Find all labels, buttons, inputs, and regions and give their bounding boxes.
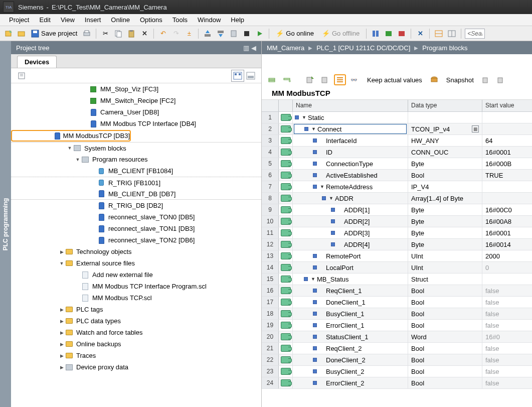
tree-row[interactable]: MM Modbus TCP Interface [DB4]	[11, 118, 261, 129]
collapse-icon[interactable]: ◀	[251, 44, 256, 52]
tree-row[interactable]: R_TRIG_DB [DB2]	[11, 200, 261, 211]
insert-row-icon[interactable]	[266, 74, 278, 85]
chevron-icon[interactable]: ▼	[320, 184, 325, 189]
cell-type[interactable]: Byte	[408, 158, 482, 169]
cell-start-value[interactable]: 2000	[482, 250, 532, 261]
menu-insert[interactable]: Insert	[80, 16, 106, 24]
cell-name[interactable]: StatusClient_1	[293, 331, 408, 342]
breadcrumb-2[interactable]: Program blocks	[422, 44, 467, 52]
col-type[interactable]: Data type	[408, 100, 482, 111]
network-view-icon[interactable]	[231, 70, 244, 82]
cell-start-value[interactable]	[482, 112, 532, 123]
print-icon[interactable]	[81, 28, 92, 39]
go-online-button[interactable]: ⚡ Go online	[273, 28, 317, 39]
cell-start-value[interactable]	[482, 274, 532, 285]
cell-type[interactable]: Bool	[408, 285, 482, 296]
paste-icon[interactable]	[126, 28, 137, 39]
cell-start-value[interactable]	[482, 123, 532, 134]
tree-row[interactable]: ▶PLC tags	[11, 304, 261, 315]
monitor-icon[interactable]: 👓	[349, 74, 361, 85]
table-row[interactable]: 14LocalPortUInt0	[262, 262, 532, 274]
table-row[interactable]: 19ErrorClient_1Boolfalse	[262, 320, 532, 331]
tree-row[interactable]: ▶Traces	[11, 350, 261, 361]
cell-start-value[interactable]: false	[482, 297, 532, 308]
redo-dropdown-icon[interactable]: ±	[184, 28, 195, 39]
tree-row[interactable]: Add new external file	[11, 269, 261, 281]
upload-icon[interactable]	[215, 28, 226, 39]
cell-name[interactable]: RemotePort	[293, 250, 408, 261]
open-project-icon[interactable]	[16, 28, 27, 39]
table-row[interactable]: 12ADDR[4]Byte16#0014	[262, 239, 532, 250]
tree-row[interactable]: MM_Switch_Recipe [FC2]	[11, 95, 261, 106]
cell-type[interactable]	[408, 112, 482, 123]
expander-icon[interactable]: ▼	[58, 261, 65, 266]
cell-name[interactable]: ReqClient_2	[293, 343, 408, 354]
split-h-icon[interactable]	[433, 28, 444, 39]
cell-type[interactable]: CONN_OUC	[408, 147, 482, 158]
cell-type[interactable]: Bool	[408, 343, 482, 354]
table-row[interactable]: 11ADDR[3]Byte16#0001	[262, 227, 532, 239]
cell-name[interactable]: ADDR[3]	[293, 227, 408, 238]
table-row[interactable]: 15▼MB_StatusStruct	[262, 274, 532, 285]
cross-ref-icon[interactable]: ✕	[415, 28, 426, 39]
cell-start-value[interactable]: 16#00A8	[482, 216, 532, 227]
expander-icon[interactable]: ▶	[58, 249, 65, 254]
cell-type[interactable]: IP_V4	[408, 181, 482, 192]
cell-start-value[interactable]: 16#0001	[482, 147, 532, 158]
tree-row[interactable]: ▶Technology objects	[11, 246, 261, 257]
table-row[interactable]: 7▼RemoteAddressIP_V4	[262, 181, 532, 193]
cell-name[interactable]: InterfaceId	[293, 135, 408, 146]
expander-icon[interactable]: ▶	[58, 365, 65, 370]
tree-row[interactable]: ▶Device proxy data	[11, 361, 261, 373]
cut-icon[interactable]: ✂	[100, 28, 111, 39]
cell-type[interactable]: Byte	[408, 204, 482, 215]
columns-icon[interactable]: ▥	[243, 44, 249, 52]
table-row[interactable]: 24ErrorClient_2Boolfalse	[262, 377, 532, 389]
menu-online[interactable]: Online	[106, 16, 135, 24]
cell-name[interactable]: ▼MB_Status	[293, 274, 408, 285]
col-start[interactable]: Start value	[482, 100, 532, 111]
cell-name[interactable]: ADDR[1]	[293, 204, 408, 215]
table-row[interactable]: 20StatusClient_1Word16#0	[262, 331, 532, 343]
cell-name[interactable]: ▼Connect	[293, 123, 408, 134]
cell-name[interactable]: DoneClient_2	[293, 354, 408, 365]
menu-view[interactable]: View	[56, 16, 80, 24]
cell-start-value[interactable]: 16#000B	[482, 158, 532, 169]
stop-cpu-icon[interactable]	[396, 28, 407, 39]
reinitialize-icon[interactable]	[319, 74, 331, 85]
tree-row[interactable]: MM ModbusTCP [DB3]	[11, 130, 131, 142]
cell-name[interactable]: ▼ADDR	[293, 193, 408, 204]
expander-icon[interactable]: ▶	[58, 342, 65, 347]
cell-type[interactable]: Bool	[408, 297, 482, 308]
table-row[interactable]: 4IDCONN_OUC16#0001	[262, 147, 532, 158]
split-v-icon[interactable]	[446, 28, 457, 39]
cell-type[interactable]: Bool	[408, 366, 482, 377]
table-row[interactable]: 1▼Static	[262, 112, 532, 123]
cell-name[interactable]: BusyClient_2	[293, 366, 408, 377]
start-cpu-icon[interactable]	[383, 28, 394, 39]
table-row[interactable]: 22DoneClient_2Boolfalse	[262, 354, 532, 366]
expander-icon[interactable]: ▼	[74, 157, 81, 162]
side-tab-plc-programming[interactable]: PLC programming	[0, 41, 11, 407]
menu-project[interactable]: Project	[4, 16, 34, 24]
simulate-icon[interactable]	[241, 28, 252, 39]
cell-type[interactable]: Word	[408, 331, 482, 342]
cell-type[interactable]: Bool	[408, 320, 482, 331]
chevron-icon[interactable]: ▼	[329, 196, 334, 201]
chevron-icon[interactable]: ▼	[311, 126, 316, 131]
tree-row[interactable]: ▶Watch and force tables	[11, 327, 261, 338]
cell-type[interactable]: Array[1..4] of Byte	[408, 193, 482, 204]
tree-row[interactable]: Camera_User [DB8]	[11, 106, 261, 118]
cell-start-value[interactable]: 64	[482, 135, 532, 146]
tree-row[interactable]: MM Modbus TCP.scl	[11, 292, 261, 304]
table-row[interactable]: 13RemotePortUInt2000	[262, 250, 532, 262]
table-row[interactable]: 5ConnectionTypeByte16#000B	[262, 158, 532, 170]
cell-type[interactable]: Byte	[408, 239, 482, 250]
expander-icon[interactable]: ▶	[58, 319, 65, 324]
chevron-icon[interactable]: ▼	[311, 277, 316, 282]
table-row[interactable]: 10ADDR[2]Byte16#00A8	[262, 216, 532, 227]
search-input[interactable]	[465, 29, 485, 39]
cell-start-value[interactable]: false	[482, 343, 532, 354]
cell-start-value[interactable]: false	[482, 366, 532, 377]
chevron-icon[interactable]: ▼	[302, 115, 307, 120]
